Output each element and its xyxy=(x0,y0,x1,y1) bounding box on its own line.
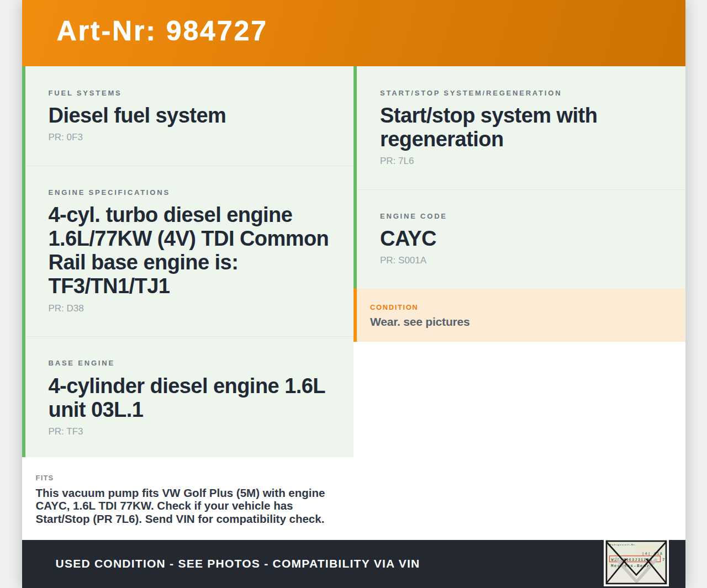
svg-text:|4| AiA: |4| AiA xyxy=(642,552,663,556)
svg-text:Fahrgestell-Nr.: Fahrgestell-Nr. xyxy=(610,543,636,546)
svg-text:7: 7 xyxy=(662,558,665,562)
